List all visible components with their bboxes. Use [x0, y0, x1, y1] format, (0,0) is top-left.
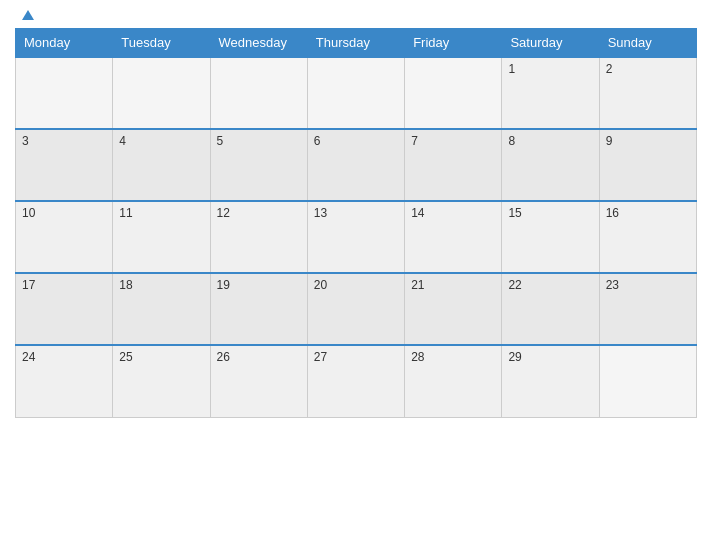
- header: [15, 10, 697, 20]
- calendar-day-cell: 4: [113, 129, 210, 201]
- calendar-day-cell: 21: [405, 273, 502, 345]
- calendar-day-cell: 26: [210, 345, 307, 417]
- calendar-day-cell: [113, 57, 210, 129]
- calendar-day-cell: [599, 345, 696, 417]
- calendar-day-cell: 22: [502, 273, 599, 345]
- day-number: 23: [606, 278, 619, 292]
- calendar-day-cell: [405, 57, 502, 129]
- day-number: 6: [314, 134, 321, 148]
- calendar-day-cell: [307, 57, 404, 129]
- calendar-day-cell: 14: [405, 201, 502, 273]
- day-header-thursday: Thursday: [307, 29, 404, 58]
- calendar-week-row: 12: [16, 57, 697, 129]
- days-header-row: MondayTuesdayWednesdayThursdayFridaySatu…: [16, 29, 697, 58]
- calendar-day-cell: 1: [502, 57, 599, 129]
- day-header-tuesday: Tuesday: [113, 29, 210, 58]
- logo: [20, 10, 34, 20]
- calendar-day-cell: [210, 57, 307, 129]
- calendar-day-cell: 9: [599, 129, 696, 201]
- day-number: 7: [411, 134, 418, 148]
- calendar-day-cell: 24: [16, 345, 113, 417]
- day-number: 14: [411, 206, 424, 220]
- day-number: 27: [314, 350, 327, 364]
- calendar-week-row: 3456789: [16, 129, 697, 201]
- logo-triangle-icon: [22, 10, 34, 20]
- day-number: 26: [217, 350, 230, 364]
- calendar-day-cell: 20: [307, 273, 404, 345]
- calendar-container: MondayTuesdayWednesdayThursdayFridaySatu…: [0, 0, 712, 550]
- calendar-week-row: 10111213141516: [16, 201, 697, 273]
- day-number: 17: [22, 278, 35, 292]
- day-number: 15: [508, 206, 521, 220]
- calendar-week-row: 242526272829: [16, 345, 697, 417]
- calendar-table: MondayTuesdayWednesdayThursdayFridaySatu…: [15, 28, 697, 418]
- day-header-monday: Monday: [16, 29, 113, 58]
- day-number: 10: [22, 206, 35, 220]
- day-number: 13: [314, 206, 327, 220]
- calendar-day-cell: 18: [113, 273, 210, 345]
- calendar-day-cell: 23: [599, 273, 696, 345]
- calendar-day-cell: 8: [502, 129, 599, 201]
- calendar-day-cell: 27: [307, 345, 404, 417]
- calendar-day-cell: 16: [599, 201, 696, 273]
- day-number: 16: [606, 206, 619, 220]
- calendar-day-cell: 28: [405, 345, 502, 417]
- day-number: 21: [411, 278, 424, 292]
- day-number: 22: [508, 278, 521, 292]
- day-header-sunday: Sunday: [599, 29, 696, 58]
- day-header-friday: Friday: [405, 29, 502, 58]
- calendar-day-cell: 17: [16, 273, 113, 345]
- calendar-day-cell: 15: [502, 201, 599, 273]
- calendar-day-cell: 25: [113, 345, 210, 417]
- calendar-day-cell: 2: [599, 57, 696, 129]
- calendar-day-cell: 7: [405, 129, 502, 201]
- day-number: 29: [508, 350, 521, 364]
- day-number: 25: [119, 350, 132, 364]
- day-number: 19: [217, 278, 230, 292]
- day-number: 2: [606, 62, 613, 76]
- day-number: 24: [22, 350, 35, 364]
- calendar-day-cell: 11: [113, 201, 210, 273]
- day-number: 20: [314, 278, 327, 292]
- calendar-day-cell: 12: [210, 201, 307, 273]
- calendar-day-cell: 29: [502, 345, 599, 417]
- day-number: 3: [22, 134, 29, 148]
- day-number: 12: [217, 206, 230, 220]
- calendar-day-cell: 19: [210, 273, 307, 345]
- day-number: 8: [508, 134, 515, 148]
- day-number: 28: [411, 350, 424, 364]
- calendar-day-cell: [16, 57, 113, 129]
- day-number: 18: [119, 278, 132, 292]
- day-number: 1: [508, 62, 515, 76]
- calendar-day-cell: 5: [210, 129, 307, 201]
- calendar-week-row: 17181920212223: [16, 273, 697, 345]
- calendar-day-cell: 10: [16, 201, 113, 273]
- day-number: 5: [217, 134, 224, 148]
- day-header-wednesday: Wednesday: [210, 29, 307, 58]
- calendar-day-cell: 6: [307, 129, 404, 201]
- day-number: 11: [119, 206, 132, 220]
- calendar-day-cell: 13: [307, 201, 404, 273]
- day-number: 4: [119, 134, 126, 148]
- day-number: 9: [606, 134, 613, 148]
- day-header-saturday: Saturday: [502, 29, 599, 58]
- calendar-day-cell: 3: [16, 129, 113, 201]
